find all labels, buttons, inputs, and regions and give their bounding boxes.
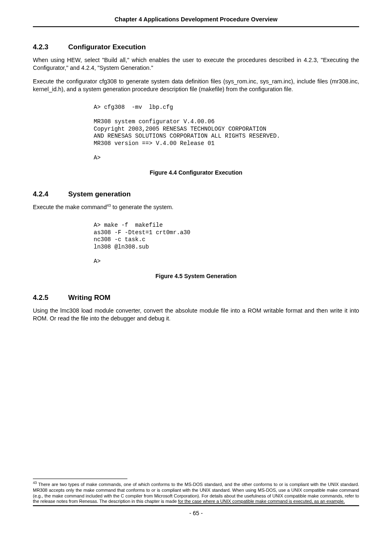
para-424-1: Execute the make command43 to generate t… [33,203,359,211]
footnote-ref-link-43[interactable]: 43 [107,203,111,207]
section-title-425: Writing ROM [68,293,111,303]
section-number-424: 4.2.4 [33,190,68,199]
footnote-separator [33,479,127,479]
figure-caption-45: Figure 4.5 System Generation [33,272,359,280]
section-heading-423: 4.2.3 Configurator Execution [33,43,359,52]
figure-caption-44: Figure 4.4 Configurator Execution [33,169,359,177]
section-number-425: 4.2.5 [33,293,68,303]
page-number: - 65 - [189,510,203,516]
para-423-2: Execute the configurator cfg308 to gener… [33,78,359,93]
code-block-423: A> cfg308 -mv lbp.cfg MR308 system confi… [94,104,359,161]
para-425-1: Using the lmc308 load module converter, … [33,307,359,322]
footnote-text-underline: for the case where a UNIX compatible mak… [178,499,345,504]
page-header-title: Chapter 4 Applications Development Proce… [33,16,359,27]
section-heading-425: 4.2.5 Writing ROM [33,293,359,303]
footnote-43: 43 There are two types of make commands,… [33,481,359,504]
page-footer: - 65 - [33,505,359,517]
para-424-pre: Execute the make command [33,204,107,210]
code-block-424: A> make -f makefile as308 -F -Dtest=1 cr… [94,222,359,265]
para-424-post: to generate the system. [111,204,173,210]
section-title-424: System generation [68,190,131,199]
section-title-423: Configurator Execution [68,43,146,52]
section-number-423: 4.2.3 [33,43,68,52]
section-heading-424: 4.2.4 System generation [33,190,359,199]
para-423-1: When using HEW, select "Build all," whic… [33,56,359,72]
